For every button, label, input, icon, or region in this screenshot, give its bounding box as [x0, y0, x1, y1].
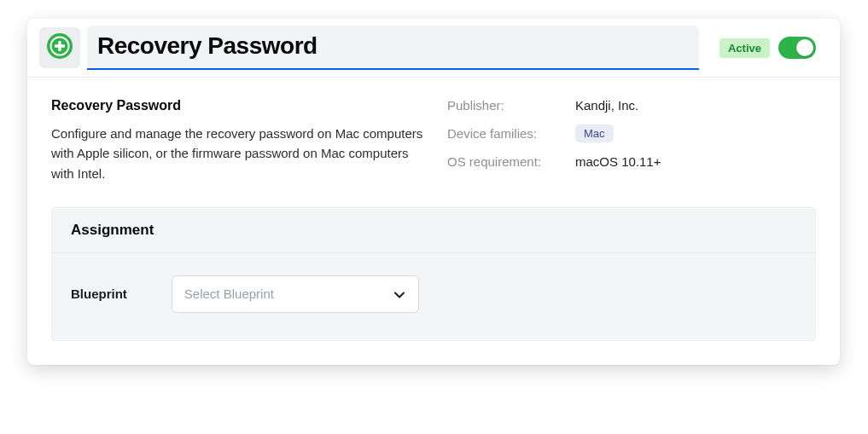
- library-item-card: Active Recovery Password Configure and m…: [27, 19, 840, 365]
- kv-label: Publisher:: [447, 98, 575, 113]
- kv-value: Kandji, Inc.: [575, 98, 638, 113]
- title-field-wrap: [87, 26, 699, 70]
- item-icon-container: [39, 27, 80, 68]
- kv-os-requirement: OS requirement: macOS 10.11+: [447, 154, 816, 169]
- info-left: Recovery Password Configure and manage t…: [51, 98, 427, 183]
- summary-title: Recovery Password: [51, 98, 427, 113]
- blueprint-placeholder: Select Blueprint: [184, 286, 274, 301]
- chevron-down-icon: [394, 286, 405, 302]
- info-right: Publisher: Kandji, Inc. Device families:…: [447, 98, 816, 183]
- kv-label: OS requirement:: [447, 154, 575, 169]
- assignment-heading: Assignment: [52, 208, 815, 253]
- svg-rect-3: [55, 44, 65, 47]
- device-family-pill: Mac: [575, 124, 614, 142]
- title-input[interactable]: [87, 26, 699, 70]
- kv-publisher: Publisher: Kandji, Inc.: [447, 98, 816, 113]
- assignment-section: Assignment Blueprint Select Blueprint: [51, 207, 816, 341]
- header-bar: Active: [27, 19, 840, 78]
- active-badge: Active: [719, 38, 770, 58]
- summary-description: Configure and manage the recovery passwo…: [51, 124, 427, 183]
- kv-label: Device families:: [447, 126, 575, 141]
- plus-circle-icon: [45, 32, 74, 64]
- assignment-body: Blueprint Select Blueprint: [52, 253, 815, 340]
- blueprint-select[interactable]: Select Blueprint: [172, 275, 419, 313]
- kv-value: Mac: [575, 124, 614, 142]
- kv-value: macOS 10.11+: [575, 154, 661, 169]
- info-section: Recovery Password Configure and manage t…: [27, 78, 840, 207]
- active-toggle[interactable]: [778, 37, 816, 59]
- blueprint-label: Blueprint: [71, 286, 127, 301]
- kv-device-families: Device families: Mac: [447, 124, 816, 142]
